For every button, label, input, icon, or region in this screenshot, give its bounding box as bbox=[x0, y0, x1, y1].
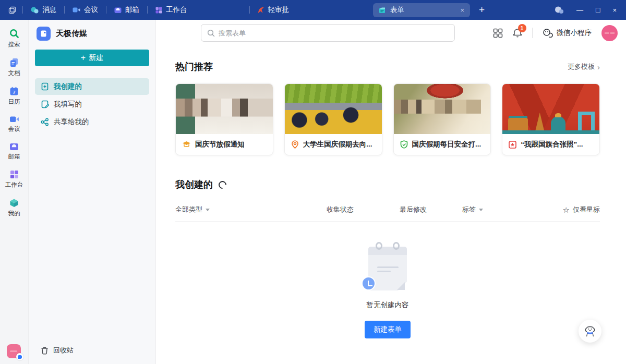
recycle-bin[interactable]: 回收站 bbox=[41, 346, 74, 355]
refresh-icon[interactable] bbox=[217, 179, 228, 190]
notepad-illustration bbox=[368, 247, 407, 290]
tab-label: 表单 bbox=[390, 5, 456, 15]
stacked-windows-icon[interactable] bbox=[8, 6, 16, 14]
chevron-down-icon bbox=[206, 209, 210, 211]
search-input[interactable] bbox=[219, 29, 449, 37]
empty-state-text: 暂无创建内容 bbox=[367, 300, 409, 310]
close-window-button[interactable]: × bbox=[612, 7, 617, 14]
template-card[interactable]: 国庆节放假通知 bbox=[175, 83, 273, 155]
rail-label: 会议 bbox=[8, 125, 20, 133]
filter-label: 标签 bbox=[462, 205, 476, 214]
card-title-text: 国庆假期每日安全打... bbox=[412, 140, 481, 149]
more-templates-link[interactable]: 更多模板 › bbox=[568, 62, 600, 71]
assistant-mascot-button[interactable] bbox=[579, 320, 601, 343]
calendar-7-icon: 7 bbox=[9, 87, 19, 96]
apps-grid-icon[interactable] bbox=[493, 28, 503, 38]
notification-badge: 1 bbox=[518, 24, 526, 32]
tab-mail[interactable]: 邮箱 bbox=[106, 5, 147, 15]
skyline-decor bbox=[502, 130, 599, 134]
new-form-button[interactable]: 新建表单 bbox=[365, 321, 411, 338]
grid-squares-icon bbox=[10, 170, 19, 179]
location-pin-icon bbox=[291, 140, 299, 149]
wechat-icon bbox=[543, 29, 553, 38]
rail-label: 搜索 bbox=[8, 41, 20, 48]
close-tab-icon[interactable]: × bbox=[460, 7, 464, 14]
documents-icon bbox=[9, 58, 19, 67]
mini-program-entry[interactable]: 微信小程序 bbox=[543, 28, 592, 38]
card-thumbnail bbox=[285, 84, 382, 134]
new-button-label: 新建 bbox=[89, 53, 103, 63]
maximize-button[interactable]: □ bbox=[596, 6, 600, 14]
wecom-bubbles-icon[interactable] bbox=[555, 6, 564, 14]
tab-messages[interactable]: 消息 bbox=[23, 5, 64, 15]
new-button[interactable]: + 新建 bbox=[35, 50, 149, 66]
filter-tag[interactable]: 标签 bbox=[462, 205, 563, 214]
list-filter-row: 全部类型 收集状态 最后修改 标签 ☆ 仅看星标 bbox=[175, 205, 600, 222]
clock-badge-icon bbox=[362, 276, 376, 290]
doc-pencil-icon bbox=[41, 100, 49, 108]
form-icon bbox=[379, 7, 386, 14]
rail-item-meeting[interactable]: 会议 bbox=[8, 115, 20, 133]
rail-label: 邮箱 bbox=[8, 153, 20, 161]
app-rail: 搜索 文档 7 日历 会议 邮箱 工作台 我的 bbox=[0, 20, 29, 364]
cube-icon bbox=[9, 198, 19, 208]
sidebar-item-label: 我创建的 bbox=[54, 82, 82, 91]
rail-label: 文档 bbox=[8, 69, 20, 77]
card-thumbnail bbox=[176, 84, 273, 134]
chevron-right-icon: › bbox=[597, 63, 600, 71]
org-header[interactable]: 天极传媒 bbox=[29, 20, 155, 41]
column-collect-status: 收集状态 bbox=[327, 205, 400, 214]
filter-all-types[interactable]: 全部类型 bbox=[175, 205, 327, 214]
template-card[interactable]: “我跟国旗合张照”... bbox=[502, 83, 600, 155]
rail-item-search[interactable]: 搜索 bbox=[8, 29, 20, 48]
share-nodes-icon bbox=[41, 118, 49, 126]
sidebar-item-my-filled[interactable]: 我填写的 bbox=[35, 96, 149, 113]
skyline-decor bbox=[578, 112, 595, 130]
search-icon bbox=[9, 29, 19, 39]
flag-star-icon bbox=[509, 141, 516, 149]
org-logo-icon bbox=[37, 27, 51, 41]
chat-bubbles-icon bbox=[31, 7, 39, 14]
skyline-decor bbox=[508, 118, 527, 130]
template-card[interactable]: 大学生国庆假期去向... bbox=[284, 83, 382, 155]
titlebar: 消息 会议 邮箱 工作台 轻审批 表单 × + — □ × bbox=[0, 0, 626, 20]
doc-plus-icon bbox=[41, 82, 49, 91]
divider bbox=[532, 28, 533, 38]
rail-item-mail[interactable]: 邮箱 bbox=[8, 142, 20, 161]
video-camera-icon bbox=[9, 115, 19, 123]
hot-recommend-title: 热门推荐 bbox=[175, 60, 213, 73]
sidebar-item-shared-with-me[interactable]: 共享给我的 bbox=[35, 114, 149, 130]
template-card[interactable]: 国庆假期每日安全打... bbox=[393, 83, 491, 155]
org-name: 天极传媒 bbox=[56, 29, 87, 39]
content: 热门推荐 更多模板 › 国庆节放假通知 大学生国庆假期去向... bbox=[156, 46, 626, 364]
rail-label: 我的 bbox=[8, 210, 20, 217]
tab-label: 会议 bbox=[84, 5, 98, 15]
search-bar[interactable] bbox=[201, 24, 455, 42]
rail-item-mine[interactable]: 我的 bbox=[8, 198, 20, 217]
user-avatar[interactable] bbox=[7, 344, 21, 358]
tab-label: 邮箱 bbox=[125, 5, 139, 15]
minimize-button[interactable]: — bbox=[576, 7, 583, 14]
star-only-toggle[interactable]: ☆ 仅看星标 bbox=[563, 205, 600, 214]
profile-avatar[interactable] bbox=[601, 25, 618, 41]
tab-forms-active[interactable]: 表单 × bbox=[373, 3, 470, 17]
empty-state: 暂无创建内容 新建表单 bbox=[175, 247, 600, 338]
card-title-text: 大学生国庆假期去向... bbox=[303, 140, 372, 149]
notification-bell-icon[interactable]: 1 bbox=[513, 28, 522, 38]
rail-item-docs[interactable]: 文档 bbox=[8, 58, 20, 77]
video-camera-icon bbox=[73, 7, 80, 13]
rail-item-calendar[interactable]: 7 日历 bbox=[8, 87, 20, 106]
star-only-label: 仅看星标 bbox=[573, 205, 600, 214]
grid-squares-icon bbox=[155, 7, 162, 14]
rail-label: 工作台 bbox=[5, 181, 23, 189]
tab-meeting[interactable]: 会议 bbox=[65, 5, 106, 15]
new-tab-button[interactable]: + bbox=[479, 4, 485, 16]
tab-approval[interactable]: 轻审批 bbox=[250, 5, 297, 15]
trash-icon bbox=[41, 346, 49, 355]
template-cards: 国庆节放假通知 大学生国庆假期去向... 国庆假期每日安全打... bbox=[175, 83, 600, 155]
card-title-text: “我跟国旗合张照”... bbox=[521, 140, 583, 149]
tab-workbench[interactable]: 工作台 bbox=[148, 5, 195, 15]
sidebar-item-my-created[interactable]: 我创建的 bbox=[35, 78, 149, 95]
rail-item-workbench[interactable]: 工作台 bbox=[5, 170, 23, 189]
sidebar-item-label: 共享给我的 bbox=[54, 117, 89, 127]
